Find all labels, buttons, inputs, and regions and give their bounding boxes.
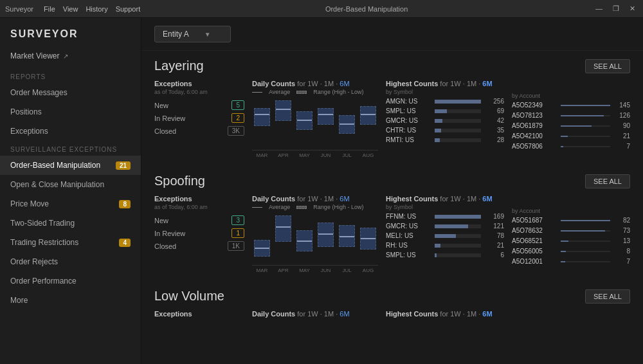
exceptions-label: Exceptions: [10, 127, 48, 136]
lv-6m-link[interactable]: 6M: [340, 310, 349, 318]
bar-group: [273, 99, 293, 149]
bar-group: [337, 99, 357, 149]
spoofing-exceptions-title: Exceptions: [154, 195, 244, 203]
trading-restrictions-badge: 4: [119, 239, 131, 247]
layering-new-label: New: [154, 102, 168, 109]
content-area: Entity A ▼ Layering SEE ALL Exceptions a…: [141, 18, 643, 364]
range-legend-box: [296, 91, 307, 94]
account-bar-container: [561, 261, 610, 262]
menu-file[interactable]: File: [44, 5, 55, 13]
menu-support[interactable]: Support: [116, 5, 141, 13]
symbol-name: RH: US: [386, 242, 431, 249]
symbol-bar-container: [435, 109, 481, 113]
spoofing-chart-title: Daily Counts for 1W · 1M · 6M: [252, 195, 378, 203]
layering-exceptions-subtitle: as of Today, 6:00 am: [154, 89, 244, 95]
range-bar: [339, 115, 355, 134]
account-name: A5O51687: [512, 217, 557, 224]
sidebar-item-trading-restrictions[interactable]: Trading Restrictions 4: [0, 233, 141, 252]
price-move-badge: 8: [119, 200, 131, 208]
maximize-button[interactable]: ❐: [610, 5, 622, 13]
account-name: A5O57806: [512, 143, 557, 150]
layering-review-badge[interactable]: 2: [231, 113, 244, 123]
symbol-bar-container: [435, 119, 481, 123]
spoofing-closed-badge[interactable]: 1K: [228, 241, 244, 251]
chart-label: AUG: [358, 268, 378, 273]
low-volume-chart-stub: Daily Counts for 1W · 1M · 6M: [252, 310, 378, 319]
sidebar-item-price-move[interactable]: Price Move 8: [0, 194, 141, 214]
symbol-count: 6: [485, 251, 504, 259]
menu-history[interactable]: History: [86, 5, 107, 13]
spoofing-section: Spoofing SEE ALL Exceptions as of Today,…: [141, 166, 643, 273]
symbol-bar-container: [435, 215, 481, 219]
symbol-bar: [435, 253, 437, 257]
layering-see-all-button[interactable]: SEE ALL: [585, 59, 630, 73]
sidebar-item-exceptions[interactable]: Exceptions: [0, 122, 141, 141]
layering-highest-6m-link[interactable]: 6M: [482, 80, 492, 87]
account-bar-container: [561, 146, 610, 147]
low-volume-see-all-button[interactable]: SEE ALL: [585, 289, 630, 304]
layering-new-badge[interactable]: 5: [231, 100, 244, 110]
sidebar-item-order-performance[interactable]: Order Performance: [0, 271, 141, 291]
range-bar: [339, 225, 355, 247]
obm-label: Order-Based Manipulation: [10, 161, 100, 170]
spoofing-highest-6m-link[interactable]: 6M: [482, 195, 492, 203]
spoofing-highest-title: Highest Counts for 1W · 1M · 6M: [386, 195, 504, 203]
sidebar-item-open-close-manipulation[interactable]: Open & Close Manipulation: [0, 175, 141, 194]
layering-highest-title: Highest Counts for 1W · 1M · 6M: [386, 80, 504, 87]
account-bar-container: [561, 125, 610, 127]
sidebar-item-order-messages[interactable]: Order Messages: [0, 83, 141, 102]
layering-symbol-list: AMGN: US256SMPL: US69GMCR: US42CHTR: US3…: [386, 98, 504, 143]
account-row: A5O560058: [512, 248, 630, 255]
spoofing-chart-labels: MARAPRMAYJUNJULAUG: [252, 268, 378, 273]
layering-highest-panel: Highest Counts for 1W · 1M · 6M by Symbo…: [386, 80, 630, 158]
range-bar: [254, 240, 270, 257]
sidebar-more[interactable]: More: [0, 291, 141, 310]
account-name: A5O78123: [512, 112, 557, 119]
order-performance-label: Order Performance: [10, 277, 77, 286]
minimize-button[interactable]: —: [593, 5, 605, 13]
layering-review-label: In Review: [154, 114, 185, 122]
spoofing-avg-label: Average: [269, 204, 290, 210]
spoofing-review-badge[interactable]: 1: [231, 228, 244, 238]
low-volume-section: Low Volume SEE ALL Exceptions Daily Coun…: [141, 281, 643, 319]
menu-view[interactable]: View: [63, 5, 78, 13]
sidebar-item-positions[interactable]: Positions: [0, 102, 141, 122]
low-volume-exceptions-stub: Exceptions: [154, 310, 244, 319]
symbol-count: 78: [485, 232, 504, 239]
range-bar: [254, 108, 270, 127]
sidebar-item-two-sided-trading[interactable]: Two-Sided Trading: [0, 214, 141, 233]
avg-legend-line: [252, 92, 262, 93]
sidebar-item-order-based-manipulation[interactable]: Order-Based Manipulation 21: [0, 156, 141, 175]
account-count: 126: [614, 112, 630, 119]
layering-closed-badge[interactable]: 3K: [228, 126, 244, 136]
bar-group: [358, 214, 378, 264]
spoofing-new-badge[interactable]: 3: [231, 215, 244, 225]
lv-highest-6m-link[interactable]: 6M: [482, 310, 492, 318]
layering-exceptions-panel: Exceptions as of Today, 6:00 am New 5 In…: [154, 80, 244, 158]
lv-daily-label: Daily Counts: [252, 310, 295, 318]
spoofing-range-label: Range (High - Low): [313, 204, 363, 210]
account-count: 13: [614, 237, 630, 244]
obm-badge: 21: [116, 161, 131, 170]
order-rejects-label: Order Rejects: [10, 257, 58, 266]
order-messages-label: Order Messages: [10, 88, 68, 97]
layering-bar-chart: [252, 99, 378, 150]
chart-label: MAY: [294, 152, 314, 158]
sidebar-item-order-rejects[interactable]: Order Rejects: [0, 252, 141, 271]
lv-highest-label: Highest Counts: [386, 310, 438, 318]
symbol-bar: [435, 244, 440, 248]
layering-title: Layering: [154, 59, 204, 73]
symbol-name: GMCR: US: [386, 117, 431, 124]
close-button[interactable]: ✕: [627, 5, 638, 13]
symbol-row: MELI: US78: [386, 232, 504, 239]
chart-label: APR: [273, 268, 293, 273]
account-row: A5O6187990: [512, 122, 630, 129]
layering-chart-6m-link[interactable]: 6M: [340, 80, 349, 87]
spoofing-chart-6m-link[interactable]: 6M: [340, 195, 349, 203]
account-bar-container: [561, 105, 610, 106]
symbol-name: SMPL: US: [386, 251, 431, 259]
symbol-bar-container: [435, 234, 481, 238]
entity-dropdown[interactable]: Entity A ▼: [154, 26, 231, 42]
spoofing-see-all-button[interactable]: SEE ALL: [585, 174, 630, 188]
sidebar-item-market-viewer[interactable]: Market Viewer ↗: [0, 48, 141, 68]
